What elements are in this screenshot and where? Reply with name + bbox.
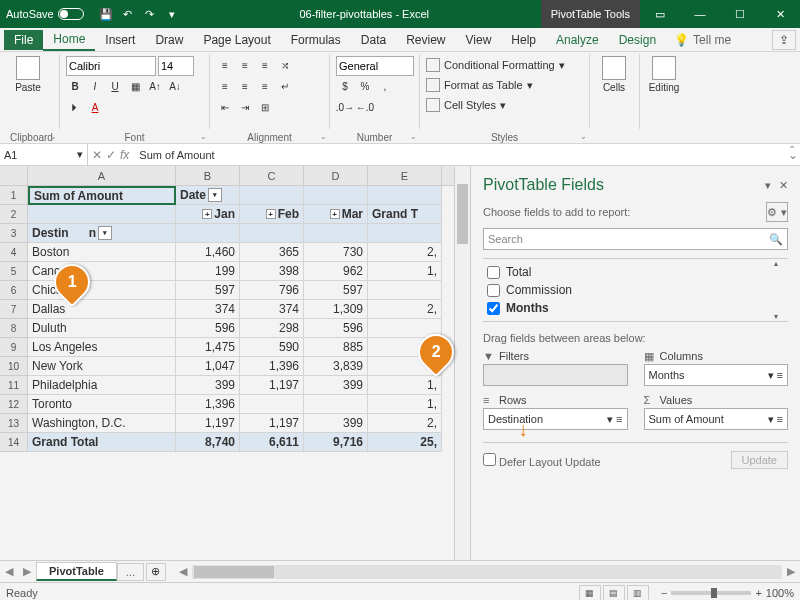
tab-view[interactable]: View — [456, 30, 502, 50]
cell[interactable] — [240, 395, 304, 414]
rows-area[interactable]: ≡Rows Destination▾ ≡ — [483, 394, 628, 430]
pane-dropdown-icon[interactable]: ▾ — [765, 179, 771, 192]
sheet-nav-prev-icon[interactable]: ◀ — [0, 565, 18, 578]
cell[interactable]: 1,197 — [240, 376, 304, 395]
cell[interactable]: New York — [28, 357, 176, 376]
tab-design[interactable]: Design — [609, 30, 666, 50]
toggle-off-icon[interactable] — [58, 8, 84, 20]
save-icon[interactable]: 💾 — [98, 6, 114, 22]
row-header[interactable]: 4 — [0, 243, 28, 262]
cell[interactable]: 1,396 — [240, 357, 304, 376]
align-bottom-icon[interactable]: ≡ — [256, 57, 274, 75]
cell[interactable]: Duluth — [28, 319, 176, 338]
expand-icon[interactable]: + — [202, 209, 212, 219]
align-middle-icon[interactable]: ≡ — [236, 57, 254, 75]
merge-button[interactable]: ⊞ — [256, 99, 274, 117]
zoom-in-icon[interactable]: + — [755, 587, 761, 599]
cell[interactable]: 374 — [176, 300, 240, 319]
gear-icon[interactable]: ⚙ ▾ — [766, 202, 788, 222]
cell[interactable]: 1,197 — [176, 414, 240, 433]
horizontal-scrollbar[interactable]: ◀▶ — [174, 565, 800, 579]
cells-button[interactable]: Cells — [596, 56, 632, 93]
cell[interactable]: 1,047 — [176, 357, 240, 376]
tab-page-layout[interactable]: Page Layout — [193, 30, 280, 50]
cell[interactable]: 365 — [240, 243, 304, 262]
field-checkbox[interactable] — [487, 302, 500, 315]
field-item[interactable]: Months — [483, 299, 788, 317]
conditional-formatting-button[interactable]: Conditional Formatting ▾ — [426, 56, 565, 74]
undo-icon[interactable]: ↶ — [120, 6, 136, 22]
cell[interactable]: Philadelphia — [28, 376, 176, 395]
align-right-icon[interactable]: ≡ — [256, 78, 274, 96]
scroll-down-icon[interactable]: ▾ — [774, 312, 788, 321]
increase-indent-icon[interactable]: ⇥ — [236, 99, 254, 117]
cell[interactable]: 1,460 — [176, 243, 240, 262]
cell[interactable]: 1,475 — [176, 338, 240, 357]
fill-color-button[interactable]: 🞂 — [66, 99, 84, 117]
align-center-icon[interactable]: ≡ — [236, 78, 254, 96]
tab-draw[interactable]: Draw — [145, 30, 193, 50]
close-icon[interactable]: ✕ — [760, 0, 800, 28]
row-header[interactable]: 6 — [0, 281, 28, 300]
decrease-indent-icon[interactable]: ⇤ — [216, 99, 234, 117]
defer-checkbox[interactable]: Defer Layout Update — [483, 453, 601, 468]
formula-input[interactable]: Sum of Amount — [133, 144, 786, 165]
cell[interactable]: Los Angeles — [28, 338, 176, 357]
tab-help[interactable]: Help — [501, 30, 546, 50]
cell[interactable]: 374 — [240, 300, 304, 319]
font-name-combo[interactable] — [66, 56, 156, 76]
italic-button[interactable]: I — [86, 78, 104, 96]
wrap-text-icon[interactable]: ↵ — [276, 78, 294, 96]
update-button[interactable]: Update — [731, 451, 788, 469]
font-size-combo[interactable] — [158, 56, 194, 76]
cell[interactable]: 962 — [304, 262, 368, 281]
col-header-e[interactable]: E — [368, 166, 442, 185]
sheet-tab-more[interactable]: ... — [117, 563, 144, 581]
cell[interactable]: 590 — [240, 338, 304, 357]
values-area[interactable]: ΣValues Sum of Amount▾ ≡ — [644, 394, 789, 430]
row-header[interactable]: 10 — [0, 357, 28, 376]
name-box[interactable]: A1▾ — [0, 144, 88, 165]
cancel-formula-icon[interactable]: ✕ — [92, 148, 102, 162]
field-checkbox[interactable] — [487, 266, 500, 279]
cell[interactable]: 6,611 — [240, 433, 304, 452]
col-header-c[interactable]: C — [240, 166, 304, 185]
pivot-col-field[interactable]: Date▾ — [176, 186, 240, 205]
tab-home[interactable]: Home — [43, 29, 95, 51]
filter-button[interactable]: ▾ — [208, 188, 222, 202]
minimize-icon[interactable]: — — [680, 0, 720, 28]
percent-icon[interactable]: % — [356, 78, 374, 96]
tab-insert[interactable]: Insert — [95, 30, 145, 50]
fx-icon[interactable]: fx — [120, 148, 129, 162]
cell[interactable]: 596 — [304, 319, 368, 338]
cell[interactable]: 1,309 — [304, 300, 368, 319]
pane-close-icon[interactable]: ✕ — [779, 179, 788, 192]
tell-me-search[interactable]: 💡 Tell me — [674, 33, 731, 47]
row-header[interactable]: 5 — [0, 262, 28, 281]
cell[interactable] — [368, 281, 442, 300]
format-as-table-button[interactable]: Format as Table ▾ — [426, 76, 533, 94]
cell[interactable] — [304, 395, 368, 414]
maximize-icon[interactable]: ☐ — [720, 0, 760, 28]
cell[interactable]: 398 — [240, 262, 304, 281]
tab-formulas[interactable]: Formulas — [281, 30, 351, 50]
columns-drop[interactable]: Months▾ ≡ — [644, 364, 789, 386]
row-header[interactable]: 8 — [0, 319, 28, 338]
cell[interactable]: 298 — [240, 319, 304, 338]
chevron-down-icon[interactable]: ▾ — [77, 148, 83, 161]
pivot-value-label[interactable]: Sum of Amount — [28, 186, 176, 205]
cell[interactable]: Toronto — [28, 395, 176, 414]
autosave-toggle[interactable]: AutoSave — [0, 8, 90, 20]
border-button[interactable]: ▦ — [126, 78, 144, 96]
pivot-row-field[interactable]: Destin n▾ — [28, 224, 176, 243]
filters-area[interactable]: ▼Filters — [483, 350, 628, 386]
tab-analyze[interactable]: Analyze — [546, 30, 609, 50]
cell[interactable]: 199 — [176, 262, 240, 281]
row-header[interactable]: 7 — [0, 300, 28, 319]
cell[interactable]: 1,197 — [240, 414, 304, 433]
vertical-scrollbar[interactable] — [454, 166, 470, 560]
share-button[interactable]: ⇪ — [772, 30, 796, 50]
cell[interactable]: 1, — [368, 395, 442, 414]
font-color-button[interactable]: A — [86, 99, 104, 117]
tab-review[interactable]: Review — [396, 30, 455, 50]
